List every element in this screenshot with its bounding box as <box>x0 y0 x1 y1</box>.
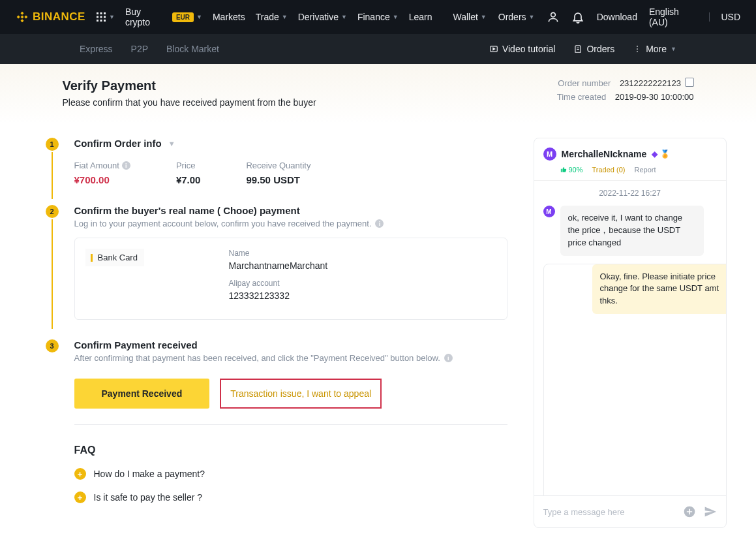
chevron-down-icon: ▼ <box>109 14 115 20</box>
payment-received-button[interactable]: Payment Received <box>74 379 210 409</box>
step-2-desc: Log in to your payment account below, co… <box>74 219 372 228</box>
faq-title: FAQ <box>74 444 507 456</box>
chat-timestamp: 2022-11-22 16:27 <box>543 189 717 198</box>
page-subtitle: Please confirm that you have received pa… <box>63 97 316 108</box>
info-icon[interactable]: i <box>444 354 453 362</box>
nav-buy-crypto[interactable]: Buy crypto EUR ▼ <box>125 7 202 27</box>
price-value: ¥7.00 <box>176 174 201 185</box>
report-link[interactable]: Report <box>634 166 656 174</box>
payment-method-card: Bank Card Name MarchantnameMarchant Alip… <box>74 238 507 320</box>
info-icon[interactable]: i <box>375 219 384 228</box>
merchant-avatar: M <box>543 148 556 161</box>
copy-icon[interactable] <box>686 79 694 87</box>
dots-vertical-icon <box>633 44 642 54</box>
step-confirm-buyer: 2 Confirm the buyer's real name ( Chooe)… <box>74 205 507 320</box>
price-label: Price <box>176 161 201 170</box>
chat-message-outgoing: Okay, fine. Please initiate price change… <box>543 264 726 495</box>
chat-messages: 2022-11-22 16:27 M ok, receive it, I wan… <box>534 181 726 495</box>
svg-rect-7 <box>100 20 102 22</box>
apps-menu[interactable]: ▼ <box>96 12 115 22</box>
svg-rect-2 <box>104 12 106 14</box>
page-header: Verify Payment Please confirm that you h… <box>0 64 756 125</box>
chat-message-incoming: M ok, receive it, I want to change the p… <box>543 206 717 256</box>
add-attachment-icon[interactable] <box>683 505 696 518</box>
faq-item-2[interactable]: + Is it safe to pay the seller ? <box>74 491 507 503</box>
faq-item-1[interactable]: + How do I make a payment? <box>74 468 507 480</box>
step-2-title: Confirm the buyer's real name ( Chooe) p… <box>74 205 507 216</box>
chat-header: M MerchalleNIckname ◆ 🏅 90% Traded (0) R… <box>534 138 726 181</box>
bell-icon[interactable] <box>571 10 585 24</box>
chevron-down-icon: ▼ <box>282 14 288 20</box>
step-3-title: Confirm Payment received <box>74 339 507 350</box>
video-tutorial-link[interactable]: Video tutorial <box>489 44 555 54</box>
step-number-1: 1 <box>46 138 59 151</box>
nav-wallet[interactable]: Wallet▼ <box>453 12 486 22</box>
message-text: Okay, fine. Please initiate price change… <box>592 264 726 315</box>
step-1-title[interactable]: Confirm Order info ▼ <box>74 138 507 149</box>
nav-orders[interactable]: Orders▼ <box>498 12 535 22</box>
user-icon[interactable] <box>546 10 560 24</box>
nav-currency[interactable]: USD <box>721 12 740 22</box>
nav-finance[interactable]: Finance▼ <box>357 12 399 22</box>
send-icon[interactable] <box>704 505 717 518</box>
document-icon <box>573 44 582 54</box>
nav-derivative[interactable]: Derivative▼ <box>298 12 347 22</box>
page-title: Verify Payment <box>63 78 316 93</box>
chevron-down-icon: ▼ <box>393 14 399 20</box>
chat-panel: M MerchalleNIckname ◆ 🏅 90% Traded (0) R… <box>534 138 727 528</box>
buyer-name-label: Name <box>229 249 328 258</box>
step-confirm-received: 3 Confirm Payment received After confirm… <box>74 339 507 425</box>
tab-express[interactable]: Express <box>80 44 113 54</box>
traded-count: Traded (0) <box>592 166 626 174</box>
brand-text: BINANCE <box>33 10 85 23</box>
svg-point-13 <box>637 51 638 52</box>
appeal-button[interactable]: Transaction issue, I want to appeal <box>220 379 382 409</box>
svg-point-11 <box>637 46 638 47</box>
orders-link[interactable]: Orders <box>573 44 614 54</box>
time-created-value: 2019-09-30 10:00:00 <box>615 92 694 102</box>
step-number-3: 3 <box>46 339 59 352</box>
medal-icon: 🏅 <box>660 149 670 159</box>
order-steps: 1 Confirm Order info ▼ Fiat Amounti ¥700… <box>23 138 507 528</box>
svg-rect-1 <box>100 12 102 14</box>
svg-rect-6 <box>97 20 98 22</box>
info-icon[interactable]: i <box>122 161 130 170</box>
buyer-name-value: MarchantnameMarchant <box>229 260 328 271</box>
nav-language[interactable]: English (AU) <box>649 7 697 27</box>
nav-trade[interactable]: Trade▼ <box>256 12 288 22</box>
plus-icon: + <box>74 468 86 480</box>
binance-logo-icon <box>16 10 29 23</box>
logo[interactable]: BINANCE <box>16 10 85 23</box>
svg-rect-8 <box>104 20 106 22</box>
eur-badge: EUR <box>172 12 194 22</box>
more-menu[interactable]: More ▼ <box>633 44 676 54</box>
order-number-value: 2312222222123 <box>620 78 681 88</box>
step-confirm-order: 1 Confirm Order info ▼ Fiat Amounti ¥700… <box>74 138 507 185</box>
tab-p2p[interactable]: P2P <box>131 44 148 54</box>
verified-badge-icon: ◆ <box>652 149 658 159</box>
nav-markets[interactable]: Markets <box>213 12 245 22</box>
chevron-down-icon: ▼ <box>168 140 175 148</box>
faq-section: FAQ + How do I make a payment? + Is it s… <box>74 444 507 503</box>
avatar: M <box>543 206 555 217</box>
chat-text-input[interactable] <box>543 507 675 517</box>
step-number-2: 2 <box>46 205 59 218</box>
nav-download[interactable]: Download <box>597 12 637 22</box>
payment-method-badge[interactable]: Bank Card <box>85 249 144 266</box>
chevron-down-icon: ▼ <box>341 14 347 20</box>
merchant-name[interactable]: MerchalleNIckname <box>562 149 647 159</box>
chevron-down-icon: ▼ <box>529 14 535 20</box>
order-number-label: Order number <box>558 78 611 88</box>
nav-learn[interactable]: Learn <box>409 12 432 22</box>
quantity-label: Receive Quantity <box>246 161 310 170</box>
account-label: Alipay account <box>229 279 328 288</box>
top-nav: BINANCE ▼ Buy crypto EUR ▼ Markets Trade… <box>0 0 756 34</box>
quantity-value: 99.50 USDT <box>246 174 310 185</box>
tab-block-market[interactable]: Block Market <box>166 44 219 54</box>
chevron-down-icon: ▼ <box>671 46 676 52</box>
play-icon <box>489 44 498 54</box>
thumbs-up-icon <box>560 166 567 173</box>
thumbs-up-stat: 90% <box>560 166 583 174</box>
plus-icon: + <box>74 491 86 503</box>
chat-input-bar <box>534 495 726 527</box>
